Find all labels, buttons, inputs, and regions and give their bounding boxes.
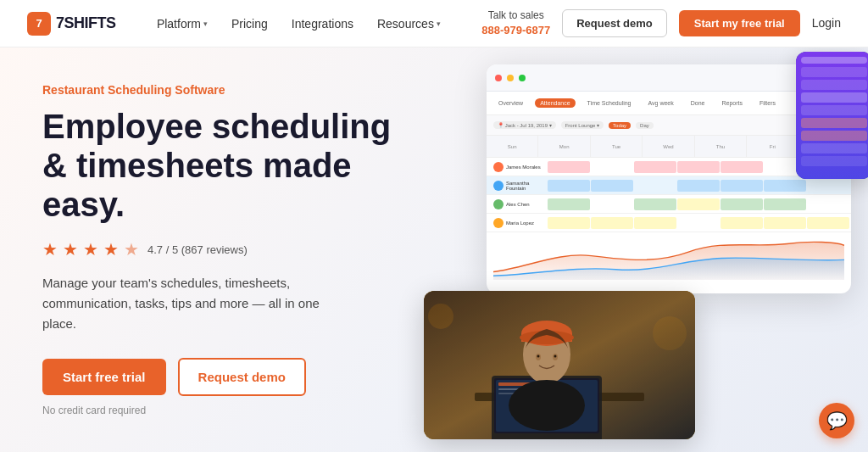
- close-dot: [495, 75, 502, 81]
- phone-row-2: [801, 80, 867, 90]
- avatar: [493, 199, 504, 209]
- shift-block: [764, 217, 806, 229]
- start-free-trial-button[interactable]: Start my free trial: [679, 10, 800, 36]
- minimize-dot: [507, 75, 514, 81]
- day-wed: Wed: [643, 136, 694, 157]
- phone-link[interactable]: 888-979-6877: [481, 23, 550, 38]
- chat-bubble[interactable]: 💬: [819, 403, 854, 438]
- shift-block: [548, 198, 590, 210]
- shift-blocks: [546, 214, 851, 232]
- shift-block: [677, 161, 720, 173]
- shift-block: [634, 161, 676, 173]
- table-row: Alex Chen: [487, 195, 851, 214]
- star-rating: ★ ★ ★ ★ ★ 4.7 / 5 (867 reviews): [42, 239, 398, 259]
- avatar: [493, 218, 504, 228]
- star-3: ★: [83, 239, 98, 259]
- logo[interactable]: 7 7SHIFTS: [27, 12, 116, 36]
- phone-row-7: [801, 143, 867, 153]
- tab-attendance[interactable]: Attendance: [535, 98, 575, 108]
- nav-pricing[interactable]: Pricing: [231, 17, 268, 31]
- maximize-dot: [519, 75, 526, 81]
- tab-filters[interactable]: Filters: [754, 98, 781, 108]
- hero-subtitle: Restaurant Scheduling Software: [42, 83, 398, 97]
- filter-today[interactable]: Today: [609, 122, 631, 129]
- shift-block: [807, 217, 849, 229]
- resources-chevron-icon: ▾: [437, 20, 441, 28]
- day-tue: Tue: [591, 136, 643, 157]
- tab-avg-week[interactable]: Avg week: [643, 98, 679, 108]
- person-photo: [424, 291, 695, 439]
- employee-name: Maria Lopez: [487, 218, 546, 228]
- nav-integrations[interactable]: Integrations: [292, 17, 353, 31]
- logo-text: 7SHIFTS: [56, 14, 116, 32]
- shift-block: [634, 198, 676, 210]
- phone-row-1: [801, 67, 867, 77]
- person-photo-overlay: [424, 291, 695, 439]
- filter-week[interactable]: Day: [636, 122, 654, 129]
- employee-name: James Morales: [487, 162, 546, 172]
- phone-content: [796, 52, 868, 179]
- phone-screenshot: [796, 52, 868, 179]
- tab-done[interactable]: Done: [686, 98, 710, 108]
- svg-rect-20: [424, 291, 695, 439]
- hero-right: Overview Attendance Time Scheduling Avg …: [398, 47, 868, 452]
- avatar: [493, 162, 504, 172]
- hero-buttons: Start free trial Request demo: [42, 358, 398, 396]
- day-mon: Mon: [538, 136, 590, 157]
- hero-title: Employee scheduling & timesheets made ea…: [42, 107, 398, 224]
- talk-sales: Talk to sales 888-979-6877: [481, 8, 550, 38]
- shift-block: [677, 198, 720, 210]
- star-4: ★: [103, 239, 119, 259]
- shift-empty: [807, 180, 849, 192]
- shift-block: [548, 161, 590, 173]
- logo-icon: 7: [27, 12, 51, 36]
- day-fri: Fri: [747, 136, 798, 157]
- day-thu: Thu: [695, 136, 747, 157]
- request-demo-hero-button[interactable]: Request demo: [178, 358, 306, 396]
- day-sun: Sun: [487, 136, 538, 157]
- shift-block: [721, 180, 763, 192]
- star-half: ★: [124, 239, 139, 259]
- tab-overview[interactable]: Overview: [493, 98, 528, 108]
- star-2: ★: [63, 239, 78, 259]
- start-free-trial-hero-button[interactable]: Start free trial: [42, 359, 166, 395]
- phone-row-6: [801, 131, 867, 141]
- employee-name: Samantha Fountain: [487, 181, 546, 191]
- filter-location[interactable]: 📍 Jack - Jul 19, 2019 ▾: [493, 121, 556, 129]
- request-demo-button[interactable]: Request demo: [562, 9, 667, 37]
- shift-block: [721, 161, 763, 173]
- shift-block: [721, 217, 763, 229]
- shift-empty: [591, 161, 633, 173]
- shift-empty: [807, 198, 849, 210]
- navbar: 7 7SHIFTS Platform ▾ Pricing Integration…: [0, 0, 868, 47]
- phone-row-4: [801, 105, 867, 115]
- tab-time-scheduling[interactable]: Time Scheduling: [582, 98, 637, 108]
- nav-right: Talk to sales 888-979-6877 Request demo …: [481, 8, 841, 38]
- nav-platform[interactable]: Platform ▾: [157, 17, 208, 31]
- shift-blocks: [546, 176, 851, 194]
- nav-resources[interactable]: Resources ▾: [377, 17, 441, 31]
- shift-block: [677, 180, 720, 192]
- shift-block: [548, 217, 590, 229]
- nav-links: Platform ▾ Pricing Integrations Resource…: [157, 17, 441, 31]
- filter-role[interactable]: Front Lounge ▾: [561, 121, 604, 129]
- phone-row-8: [801, 156, 867, 166]
- shift-blocks: [546, 195, 851, 213]
- chat-icon: 💬: [826, 410, 848, 431]
- shift-block: [591, 180, 633, 192]
- login-link[interactable]: Login: [812, 16, 841, 30]
- phone-row-3: [801, 92, 867, 103]
- hero-section: Restaurant Scheduling Software Employee …: [0, 47, 868, 452]
- shift-empty: [634, 180, 676, 192]
- shift-empty: [591, 198, 633, 210]
- shift-block: [548, 180, 590, 192]
- avatar: [493, 181, 504, 191]
- no-credit-card-label: No credit card required: [42, 405, 398, 416]
- rating-text: 4.7 / 5 (867 reviews): [147, 243, 248, 256]
- star-1: ★: [42, 239, 58, 259]
- shift-empty: [677, 217, 720, 229]
- employee-name: Alex Chen: [487, 199, 546, 209]
- shift-block: [721, 198, 763, 210]
- tab-reports[interactable]: Reports: [716, 98, 748, 108]
- shift-block: [764, 180, 806, 192]
